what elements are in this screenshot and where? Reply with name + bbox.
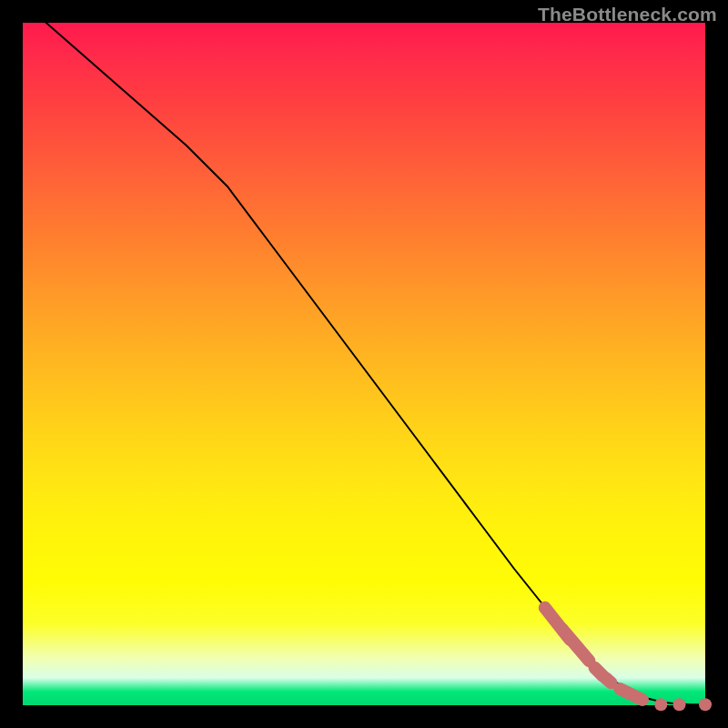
chart-svg bbox=[23, 23, 705, 705]
main-curve bbox=[23, 3, 705, 705]
watermark-text: TheBottleneck.com bbox=[538, 4, 717, 25]
data-marker bbox=[654, 698, 667, 711]
data-marker bbox=[699, 698, 712, 711]
highlight-segment bbox=[562, 629, 590, 661]
highlight-segment bbox=[620, 689, 642, 700]
plot-area bbox=[23, 23, 705, 705]
data-marker bbox=[673, 698, 686, 711]
highlight-segment bbox=[606, 678, 612, 682]
chart-container: TheBottleneck.com bbox=[0, 0, 728, 728]
